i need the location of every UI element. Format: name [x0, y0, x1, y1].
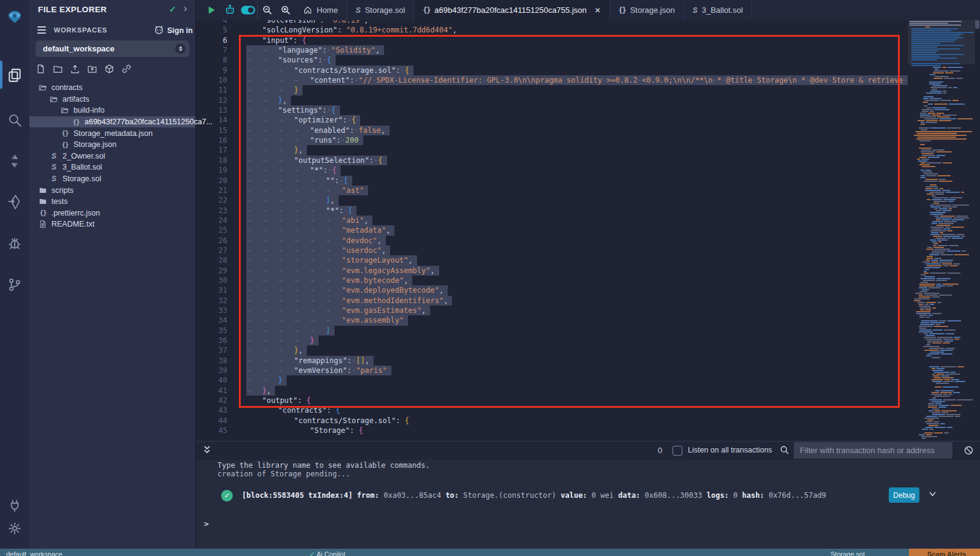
- terminal-expand-icon[interactable]: [203, 445, 211, 457]
- debug-button[interactable]: Debug: [889, 487, 919, 503]
- github-sign-in-button[interactable]: Sign in: [154, 24, 193, 37]
- tree-item-label: README.txt: [51, 220, 94, 228]
- sol-icon: S: [49, 163, 59, 171]
- home-icon: [303, 6, 312, 15]
- sol-icon: S: [49, 175, 59, 183]
- rail-plugin-manager-icon[interactable]: [0, 493, 29, 517]
- run-script-button[interactable]: [202, 0, 221, 20]
- json-icon: {}: [71, 118, 81, 126]
- code-line-28: 28→→→→→→"storageLayout",: [195, 255, 908, 265]
- tab-3-ballot-sol[interactable]: S3_Ballot.sol: [684, 0, 752, 20]
- code-editor[interactable]: 4"solcVersion": "0.8.19",5"solcLongVersi…: [195, 20, 908, 441]
- tab-storage-json[interactable]: {}Storage.json: [610, 0, 684, 20]
- statusbar-copilot[interactable]: ✓ Ai Copilot: [309, 550, 345, 556]
- code-line-11: 11→→→}: [195, 85, 908, 95]
- icon-rail: [0, 0, 29, 549]
- chevron-right-icon[interactable]: ›: [184, 3, 187, 14]
- rail-file-explorer-icon[interactable]: [0, 63, 29, 88]
- code-line-10: 10→→→→"content":·"//·SPDX-License-Identi…: [195, 75, 908, 85]
- rail-remix-logo[interactable]: [0, 5, 29, 29]
- terminal[interactable]: Type the library name to see available c…: [195, 459, 980, 549]
- minimap[interactable]: [908, 20, 975, 441]
- tree-item-tests[interactable]: tests: [29, 196, 195, 208]
- zoom-in-icon[interactable]: [276, 0, 295, 20]
- tab-a69b43f277ba20fcac141151250ca755-json[interactable]: {}a69b43f277ba20fcac141151250ca755.json✕: [414, 0, 609, 20]
- tree-item-label: Storage.json: [74, 140, 116, 149]
- tree-item-label: .prettierrc.json: [51, 209, 100, 217]
- workspace-dropdown[interactable]: default_workspace: [36, 40, 189, 57]
- tree-item-scripts[interactable]: scripts: [29, 184, 195, 196]
- tree-item-artifacts[interactable]: artifacts: [29, 94, 195, 105]
- code-line-26: 26→→→→→→"devdoc",: [195, 236, 908, 246]
- code-line-25: 25→→→→→→"metadata",: [195, 225, 908, 235]
- tree-item-label: 2_Owner.sol: [62, 152, 105, 160]
- new-folder-icon[interactable]: [53, 64, 63, 74]
- sign-in-label: Sign in: [167, 26, 193, 35]
- ai-robot-icon[interactable]: [221, 0, 239, 20]
- search-icon: [780, 445, 790, 457]
- close-tab-icon[interactable]: ✕: [595, 6, 601, 15]
- transaction-count: 0: [658, 446, 662, 455]
- statusbar-workspace[interactable]: default_workspace: [6, 550, 62, 556]
- hamburger-menu-icon[interactable]: [37, 26, 46, 36]
- code-line-39: 39→→→"evmVersion":·"paris": [195, 366, 908, 375]
- main-area: HomeSStorage.sol{}a69b43f277ba20fcac1411…: [195, 0, 980, 549]
- rail-git-icon[interactable]: [0, 272, 29, 297]
- code-line-31: 31→→→→→→"evm.deployedBytecode",: [195, 285, 908, 295]
- tree-item--prettierrc-json[interactable]: {}.prettierrc.json: [29, 208, 195, 219]
- upload-folder-icon[interactable]: [87, 64, 97, 74]
- tree-item-storage-sol[interactable]: SStorage.sol: [29, 173, 195, 185]
- code-line-22: 22→→→→→],: [195, 195, 908, 205]
- tab-label: a69b43f277ba20fcac141151250ca755.json: [434, 6, 586, 15]
- json-icon: {}: [38, 209, 48, 217]
- github-icon: [154, 24, 164, 37]
- tab-label: Storage.json: [630, 6, 675, 15]
- tree-item-a69b43f277ba20fcac141151250ca7-[interactable]: {}a69b43f277ba20fcac141151250ca7...: [29, 116, 195, 128]
- copilot-toggle[interactable]: [239, 0, 257, 20]
- doc-icon: [38, 220, 48, 228]
- vertical-scrollbar[interactable]: [975, 20, 979, 29]
- scam-alert-badge[interactable]: Scam Alerts: [909, 549, 980, 556]
- rail-deploy-run-icon[interactable]: [0, 190, 29, 214]
- tree-item-readme-txt[interactable]: README.txt: [29, 219, 195, 230]
- upload-file-icon[interactable]: [70, 64, 80, 74]
- code-line-4: 4"solcVersion": "0.8.19",: [195, 20, 908, 25]
- tree-item-3-ballot-sol[interactable]: S3_Ballot.sol: [29, 162, 195, 173]
- code-line-44: 44"contracts/Storage.sol": {: [195, 416, 908, 426]
- listen-all-checkbox[interactable]: [673, 446, 682, 456]
- tree-item-2-owner-sol[interactable]: S2_Owner.sol: [29, 151, 195, 162]
- json-icon: {}: [619, 6, 626, 15]
- tree-item-build-info[interactable]: build-info: [29, 105, 195, 116]
- clear-console-icon[interactable]: [963, 445, 974, 458]
- tree-item-label: a69b43f277ba20fcac141151250ca7...: [85, 118, 213, 126]
- status-bar: default_workspace ✓ Ai Copilot Storage.s…: [0, 549, 980, 556]
- tree-item-label: Storage_metadata.json: [74, 129, 153, 138]
- code-line-23: 23→→→→→"*":·[: [195, 206, 908, 216]
- transaction-summary: [block:5583405 txIndex:4] from: 0xa03...…: [242, 491, 826, 500]
- remix-ide-window: FILE EXPLORER ✓ › WORKSPACES Sign in def…: [0, 0, 980, 556]
- code-line-43: 43"contracts": {: [195, 405, 908, 415]
- code-line-45: 45"Storage": {: [195, 426, 908, 435]
- workspaces-label: WORKSPACES: [54, 26, 107, 34]
- rail-settings-icon[interactable]: [0, 516, 29, 541]
- link-icon[interactable]: [121, 64, 132, 74]
- expand-transaction-icon[interactable]: [928, 489, 937, 500]
- tree-item-label: build-info: [74, 106, 105, 115]
- rail-solidity-compiler-icon[interactable]: [0, 149, 29, 173]
- tree-item-storage-json[interactable]: {}Storage.json: [29, 139, 195, 151]
- zoom-out-icon[interactable]: [258, 0, 276, 20]
- tree-item-contracts[interactable]: contracts: [29, 82, 195, 94]
- code-line-40: 40→→}: [195, 375, 908, 385]
- tab-storage-sol[interactable]: SStorage.sol: [347, 0, 415, 20]
- tree-item-storage-metadata-json[interactable]: {}Storage_metadata.json: [29, 127, 195, 139]
- publish-cube-icon[interactable]: [104, 64, 115, 74]
- code-line-15: 15→→→→"enabled":·false,: [195, 126, 908, 135]
- tab-home[interactable]: Home: [295, 0, 347, 20]
- new-file-icon[interactable]: [36, 64, 46, 74]
- terminal-prompt[interactable]: >: [204, 519, 209, 528]
- transaction-filter-input[interactable]: [794, 442, 952, 459]
- code-line-33: 33→→→→→→"evm.gasEstimates",: [195, 306, 908, 315]
- rail-debugger-icon[interactable]: [0, 231, 29, 256]
- rail-search-icon[interactable]: [0, 108, 29, 132]
- workspace-switch-icon: [175, 43, 186, 54]
